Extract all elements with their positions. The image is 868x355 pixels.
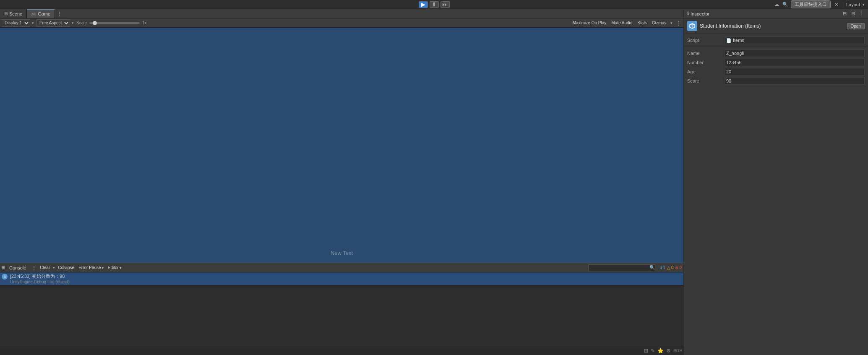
inspector-maximize-btn[interactable]: ⊞ bbox=[850, 10, 856, 17]
aspect-select[interactable]: Free Aspect bbox=[36, 19, 70, 27]
error-count: 0 bbox=[679, 265, 682, 270]
tabs-more-button[interactable]: ⋮ bbox=[57, 10, 63, 17]
cube-svg bbox=[689, 23, 696, 29]
component-icon bbox=[687, 21, 697, 31]
inspector-panel: ℹ Inspector ⊟ ⊞ ⋮ Student Informati bbox=[683, 9, 868, 355]
inspector-title: Inspector bbox=[691, 11, 709, 16]
tool-close-button[interactable]: ✕ bbox=[833, 1, 840, 8]
tool-input-button[interactable]: 工具箱快捷入口 bbox=[791, 0, 831, 8]
game-tab-label: Game bbox=[38, 11, 50, 16]
age-value[interactable]: 20 bbox=[724, 68, 865, 75]
console-entry-sub-0: UnityEngine.Debug:Log (object) bbox=[10, 280, 682, 284]
scale-slider[interactable] bbox=[89, 22, 140, 24]
script-file-name: Items bbox=[733, 38, 744, 43]
aspect-arrow: ▾ bbox=[72, 21, 74, 25]
console-entry-0[interactable]: ℹ [23:45:33] 初始分数为：90 UnityEngine.Debug:… bbox=[0, 272, 683, 285]
number-value[interactable]: 123456 bbox=[724, 59, 865, 66]
console-timestamp-0: [23:45:33] bbox=[10, 274, 32, 279]
score-label: Score bbox=[687, 78, 721, 83]
component-name: Student Information (Items) bbox=[700, 23, 761, 29]
error-count-badge: ⊗ 0 bbox=[675, 265, 682, 270]
scene-tab-label: Scene bbox=[9, 11, 22, 16]
playback-controls: ▶ ⏸ ⏭ bbox=[419, 1, 450, 8]
scale-value: 1x bbox=[142, 21, 147, 25]
editor-button[interactable]: Editor bbox=[107, 264, 123, 272]
warning-count-badge: △ 0 bbox=[667, 265, 674, 270]
layout-button[interactable]: Layout bbox=[846, 2, 860, 7]
console-counts: ℹ 1 △ 0 ⊗ 0 bbox=[660, 265, 682, 270]
gizmos-button[interactable]: Gizmos bbox=[651, 21, 667, 25]
game-viewport: New Text bbox=[0, 28, 683, 263]
unity-editor: ▶ ⏸ ⏭ ☁ 🔍 工具箱快捷入口 ✕ | Layout ▾ ⊞ Scene bbox=[0, 0, 868, 355]
inspector-body bbox=[684, 87, 868, 355]
prop-row-number: Number 123456 bbox=[687, 58, 865, 67]
inspector-header: ℹ Inspector ⊟ ⊞ ⋮ bbox=[684, 9, 868, 18]
tab-game[interactable]: 🎮 Game bbox=[27, 9, 55, 18]
new-text-label: New Text bbox=[331, 250, 353, 256]
console-search-input[interactable] bbox=[588, 264, 655, 271]
console-more-btn[interactable]: ⋮ bbox=[31, 264, 37, 271]
mute-audio-button[interactable]: Mute Audio bbox=[610, 21, 633, 25]
name-label: Name bbox=[687, 51, 721, 56]
file-icon: 📄 bbox=[726, 38, 731, 43]
error-pause-button[interactable]: Error Pause bbox=[77, 264, 105, 272]
properties-section: Name Z_hongli Number 123456 Age 20 Score… bbox=[684, 47, 868, 87]
top-icons: ☁ 🔍 bbox=[774, 2, 788, 7]
status-count-value: 19 bbox=[677, 348, 682, 353]
status-bar: ⊞ ✎ ⭐ ⚙ ⊞ 19 bbox=[0, 346, 683, 355]
status-icon-3[interactable]: ⭐ bbox=[657, 348, 664, 354]
stats-button[interactable]: Stats bbox=[636, 21, 648, 25]
component-header: Student Information (Items) Open bbox=[684, 18, 868, 34]
search-icon[interactable]: 🔍 bbox=[782, 2, 788, 7]
prop-row-score: Score 90 bbox=[687, 76, 865, 86]
scene-icon: ⊞ bbox=[4, 11, 8, 16]
console-tab-label: Console bbox=[7, 265, 29, 270]
console-entry-text-0: [23:45:33] 初始分数为：90 UnityEngine.Debug:Lo… bbox=[10, 273, 682, 284]
status-icon-1[interactable]: ⊞ bbox=[644, 348, 648, 354]
console-entry-main-0: [23:45:33] 初始分数为：90 bbox=[10, 273, 682, 280]
number-label: Number bbox=[687, 60, 721, 65]
status-count: ⊞ 19 bbox=[673, 348, 682, 353]
script-row: Script 📄 Items bbox=[687, 36, 865, 45]
error-icon: ⊗ bbox=[675, 265, 678, 270]
top-bar: ▶ ⏸ ⏭ ☁ 🔍 工具箱快捷入口 ✕ | Layout ▾ bbox=[0, 0, 868, 9]
status-icon-4[interactable]: ⚙ bbox=[666, 348, 671, 354]
pause-button[interactable]: ⏸ bbox=[430, 1, 439, 8]
display-arrow: ▾ bbox=[32, 21, 34, 25]
game-toolbar-more[interactable]: ⋮ bbox=[676, 20, 682, 26]
script-value[interactable]: 📄 Items bbox=[724, 36, 865, 44]
inspector-icon: ℹ bbox=[687, 11, 689, 16]
inspector-more-btn[interactable]: ⋮ bbox=[858, 10, 865, 17]
top-bar-right: ☁ 🔍 工具箱快捷入口 ✕ | Layout ▾ bbox=[774, 0, 865, 8]
prop-row-age: Age 20 bbox=[687, 67, 865, 76]
status-icons: ⊞ ✎ ⭐ ⚙ ⊞ 19 bbox=[644, 348, 682, 354]
console-tab-icon: ⊞ bbox=[2, 265, 5, 270]
collapse-button[interactable]: Collapse bbox=[57, 264, 76, 272]
age-label: Age bbox=[687, 69, 721, 74]
display-select[interactable]: Display 1 bbox=[2, 19, 30, 27]
name-value[interactable]: Z_hongli bbox=[724, 49, 865, 57]
inspector-header-right: ⊟ ⊞ ⋮ bbox=[841, 10, 865, 17]
info-count-badge: ℹ 1 bbox=[660, 265, 665, 270]
play-button[interactable]: ▶ bbox=[419, 1, 428, 8]
open-button[interactable]: Open bbox=[847, 23, 865, 29]
editor-tabs: ⊞ Scene 🎮 Game ⋮ bbox=[0, 9, 683, 18]
scale-label: Scale bbox=[76, 21, 87, 25]
console-message-0: 初始分数为：90 bbox=[32, 274, 65, 279]
step-button[interactable]: ⏭ bbox=[441, 1, 450, 8]
score-value[interactable]: 90 bbox=[724, 77, 865, 85]
console-content: ℹ [23:45:33] 初始分数为：90 UnityEngine.Debug:… bbox=[0, 272, 683, 355]
maximize-on-play-button[interactable]: Maximize On Play bbox=[572, 21, 607, 25]
left-content: ⊞ Scene 🎮 Game ⋮ Display 1 ▾ Free Aspect bbox=[0, 9, 683, 355]
cloud-icon[interactable]: ☁ bbox=[774, 2, 779, 7]
script-section: Script 📄 Items bbox=[684, 34, 868, 47]
warning-icon: △ bbox=[667, 265, 670, 270]
clear-arrow: ▾ bbox=[53, 266, 55, 270]
content-area: ⊞ Scene 🎮 Game ⋮ Display 1 ▾ Free Aspect bbox=[0, 9, 868, 355]
layout-arrow: ▾ bbox=[863, 3, 865, 7]
prop-row-name: Name Z_hongli bbox=[687, 49, 865, 58]
inspector-minimize-btn[interactable]: ⊟ bbox=[841, 10, 848, 17]
status-icon-2[interactable]: ✎ bbox=[651, 348, 655, 354]
clear-button[interactable]: Clear bbox=[39, 264, 51, 272]
tab-scene[interactable]: ⊞ Scene bbox=[0, 9, 27, 18]
